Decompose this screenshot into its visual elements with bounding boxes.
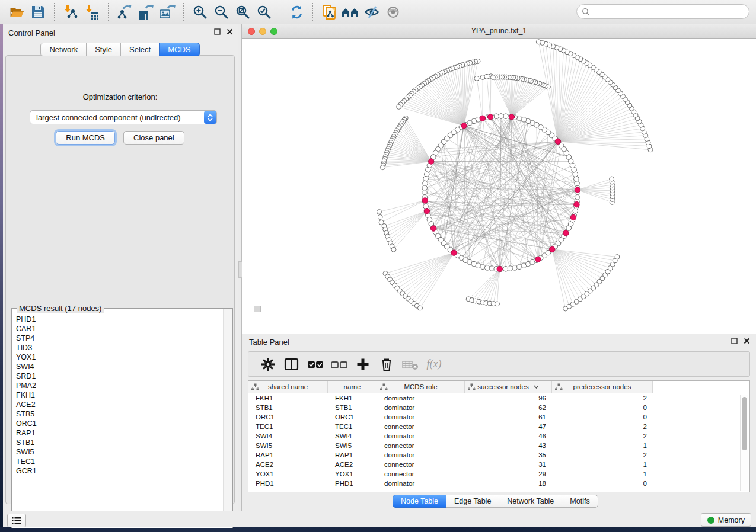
column-header-successor-nodes[interactable]: successor nodes [465,381,552,393]
table-row[interactable]: SWI4SWI4dominator462 [248,431,749,441]
graph-ring-node[interactable] [480,264,486,270]
delete-columns-icon[interactable] [377,355,397,373]
table-row[interactable]: TEC1TEC1connector472 [248,422,749,431]
graph-ring-node[interactable] [517,116,522,121]
mcds-list-scrollbar[interactable] [223,309,232,527]
export-image-icon[interactable] [158,2,177,21]
column-header-predecessor-nodes[interactable]: predecessor nodes [552,381,653,393]
graph-satellite-node[interactable] [397,104,401,109]
mcds-result-item[interactable]: YOX1 [12,352,224,362]
graph-ring-node[interactable] [508,266,513,271]
tab-node-table[interactable]: Node Table [393,495,446,508]
zoom-selected-icon[interactable] [254,2,273,21]
graph-satellite-node[interactable] [417,306,422,310]
tab-network[interactable]: Network [40,43,87,56]
graph-ring-node[interactable] [423,181,428,186]
graph-mcds-hub-node[interactable] [570,214,576,220]
table-row[interactable]: RAP1RAP1dominator352 [248,450,749,460]
zoom-out-icon[interactable] [212,2,231,21]
create-column-icon[interactable] [353,355,373,373]
export-network-icon[interactable] [115,2,134,21]
graph-ring-node[interactable] [575,181,580,186]
graph-mcds-hub-node[interactable] [461,123,467,128]
tab-edge-table[interactable]: Edge Table [446,495,499,508]
graph-mcds-hub-node[interactable] [451,250,457,255]
mcds-result-item[interactable]: TEC1 [12,457,224,466]
table-row[interactable]: SWI5SWI5connector431 [248,441,749,450]
mcds-result-item[interactable]: STP4 [12,334,224,343]
table-mode-gear-icon[interactable] [258,355,278,373]
float-panel-icon[interactable] [731,338,738,344]
mcds-result-item[interactable]: ORC1 [12,419,224,428]
mcds-result-item[interactable]: FKH1 [12,390,224,400]
search-field[interactable] [576,4,749,19]
graph-ring-node[interactable] [573,209,578,214]
mcds-result-item[interactable]: CAR1 [12,324,224,334]
mcds-result-item[interactable]: SRD1 [12,371,224,381]
deselect-all-icon[interactable] [329,355,349,373]
mcds-result-item[interactable]: SWI4 [12,362,224,371]
graph-mcds-hub-node[interactable] [430,226,436,231]
export-table-icon[interactable] [136,2,155,21]
mcds-result-item[interactable]: PMA2 [12,381,224,390]
show-columns-icon[interactable] [282,355,302,373]
run-mcds-button[interactable]: Run MCDS [56,131,115,145]
graph-mcds-hub-node[interactable] [480,116,485,121]
graph-mcds-hub-node[interactable] [428,159,433,164]
graph-mcds-hub-node[interactable] [422,198,428,203]
graph-ring-node[interactable] [574,176,579,181]
graph-ring-node[interactable] [494,114,499,119]
hide-graphics-details-icon[interactable] [362,2,381,21]
clone-network-icon[interactable] [320,2,339,21]
refresh-icon[interactable] [287,2,306,21]
graph-ring-node[interactable] [503,266,508,271]
mcds-result-item[interactable]: STB5 [12,409,224,419]
search-input[interactable] [590,7,749,17]
first-neighbors-icon[interactable] [341,2,360,21]
graph-satellite-node[interactable] [610,177,614,181]
memory-button[interactable]: Memory [701,513,751,527]
import-network-icon[interactable] [61,2,80,21]
mcds-result-item[interactable]: ACE2 [12,400,224,409]
graph-ring-node[interactable] [424,172,429,177]
tab-motifs[interactable]: Motifs [562,495,598,508]
graph-satellite-node[interactable] [377,210,382,214]
graph-mcds-hub-node[interactable] [563,230,569,236]
select-all-icon[interactable] [305,355,326,373]
graph-mcds-hub-node[interactable] [509,114,514,120]
open-file-icon[interactable] [7,2,26,21]
graph-satellite-node[interactable] [380,165,385,170]
graph-ring-node[interactable] [423,176,429,181]
network-graph[interactable] [242,39,756,334]
graph-satellite-node[interactable] [391,247,396,252]
mcds-result-item[interactable]: RAP1 [12,428,224,438]
table-scrollbar[interactable] [740,395,748,491]
graph-mcds-hub-node[interactable] [424,209,429,214]
graph-satellite-node[interactable] [615,255,620,259]
graph-ring-node[interactable] [484,265,490,271]
tab-select[interactable]: Select [120,43,160,56]
graph-satellite-node[interactable] [490,75,495,79]
column-header-shared-name[interactable]: shared name [248,381,328,393]
graph-satellite-node[interactable] [484,74,489,79]
delete-table-icon[interactable] [400,355,420,373]
zoom-fit-icon[interactable] [233,2,252,21]
show-task-history-button[interactable] [7,514,26,527]
graph-satellite-node[interactable] [474,76,479,81]
mcds-result-item[interactable]: GCR1 [12,466,224,476]
mcds-result-item[interactable]: SWI5 [12,447,224,457]
graph-mcds-hub-node[interactable] [535,257,541,262]
save-session-icon[interactable] [28,2,47,21]
graph-mcds-hub-node[interactable] [575,187,580,193]
mcds-result-item[interactable]: STB1 [12,438,224,447]
graph-mcds-hub-node[interactable] [550,246,555,252]
graph-mcds-hub-node[interactable] [487,114,493,120]
graph-mcds-hub-node[interactable] [497,266,502,271]
column-header-mcds-role[interactable]: MCDS role [377,381,465,393]
table-scrollbar-thumb[interactable] [742,397,747,450]
graph-satellite-node[interactable] [495,302,499,306]
mcds-result-item[interactable]: PHD1 [12,315,224,324]
table-row[interactable]: FKH1FKH1dominator962 [248,393,749,403]
tab-style[interactable]: Style [86,43,121,56]
optimization-criterion-dropdown[interactable]: largest connected component (undirected) [30,110,217,124]
